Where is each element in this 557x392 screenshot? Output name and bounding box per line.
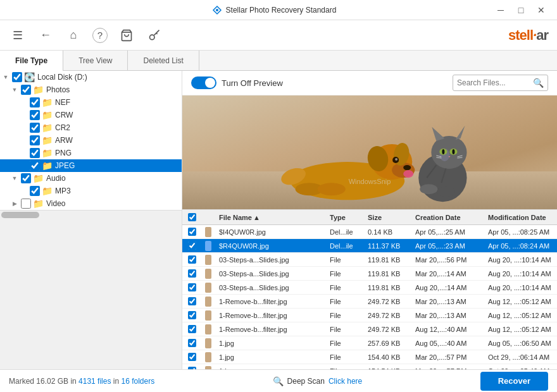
row-created-0: Apr 05,...:25 AM <box>411 228 484 236</box>
tree-label-crw: CRW <box>55 111 73 119</box>
row-checkbox-3[interactable] <box>188 269 196 278</box>
row-created-6: Mar 20,...:13 AM <box>411 312 484 319</box>
row-check-9 <box>182 353 201 361</box>
file-row[interactable]: 1.jpg File 154.54 KB Mar 20,...:57 PM Oc… <box>182 364 557 369</box>
search-icon[interactable]: 🔍 <box>533 78 544 88</box>
sidebar-hscroll[interactable] <box>0 210 182 219</box>
close-button[interactable]: ✕ <box>532 4 551 16</box>
file-row[interactable]: 1.jpg File 257.69 KB Aug 05,...:40 AM Au… <box>182 336 557 350</box>
row-checkbox-2[interactable] <box>188 255 196 264</box>
row-modified-6: Aug 12, ...:05:12 AM <box>484 312 557 319</box>
tab-deleted-list[interactable]: Deleted List <box>128 51 199 71</box>
row-type-10: File <box>326 367 364 370</box>
tree-checkbox-mp3[interactable] <box>30 186 40 196</box>
window-controls: ─ □ ✕ <box>491 4 551 16</box>
header-check <box>182 213 201 221</box>
file-row[interactable]: 1-Remove-b...filter.jpg File 249.72 KB A… <box>182 322 557 336</box>
tree-label-arw: ARW <box>55 136 73 145</box>
tree-item-mp3[interactable]: 📁 MP3 <box>0 185 182 197</box>
tab-file-type[interactable]: File Type <box>0 51 63 71</box>
sidebar-hscroll-thumb[interactable] <box>1 212 39 218</box>
svg-text:WindowsSnip: WindowsSnip <box>349 178 391 185</box>
select-all-checkbox[interactable] <box>188 213 196 221</box>
row-name-10: 1.jpg <box>215 367 326 370</box>
tree-checkbox-nef[interactable] <box>30 97 40 107</box>
svg-point-33 <box>420 184 437 194</box>
tree-item-video[interactable]: ▶ 📁 Video <box>0 197 182 210</box>
row-name-5: 1-Remove-b...filter.jpg <box>215 298 326 305</box>
tab-tree-view[interactable]: Tree View <box>63 51 128 71</box>
file-row[interactable]: $R4QUW0R.jpg Del...ile 111.37 KB Apr 05,… <box>182 239 557 253</box>
tree-checkbox-video[interactable] <box>21 199 31 209</box>
tree-item-nef[interactable]: 📁 NEF <box>0 96 182 109</box>
header-size[interactable]: Size <box>364 214 411 221</box>
row-checkbox-10[interactable] <box>188 367 196 369</box>
tree-checkbox-arw[interactable] <box>30 135 40 145</box>
tree-item-cr2[interactable]: 📁 CR2 <box>0 121 182 134</box>
tree-item-photos[interactable]: ▼ 📁 Photos <box>0 83 182 96</box>
tree-checkbox-cr2[interactable] <box>30 123 40 133</box>
row-checkbox-1[interactable] <box>188 242 196 250</box>
header-modification-date[interactable]: Modification Date <box>484 214 557 221</box>
row-size-9: 154.40 KB <box>364 353 411 361</box>
folder-icon: 📁 <box>33 199 44 209</box>
tree-checkbox-jpeg[interactable] <box>30 161 40 171</box>
header-type[interactable]: Type <box>326 214 364 221</box>
row-modified-7: Aug 12, ...:05:12 AM <box>484 326 557 333</box>
status-text: Marked 16.02 GB in 4131 files in 16 fold… <box>9 377 154 386</box>
maximize-button[interactable]: □ <box>511 4 530 16</box>
folder-icon: 📁 <box>33 173 44 183</box>
row-check-2 <box>182 255 201 264</box>
tree-checkbox-photos[interactable] <box>21 85 31 95</box>
key-icon[interactable] <box>146 27 163 44</box>
tree-item-crw[interactable]: 📁 CRW <box>0 109 182 121</box>
preview-toggle[interactable] <box>191 77 216 89</box>
tree-item-arw[interactable]: 📁 ARW <box>0 134 182 147</box>
file-row[interactable]: $I4QUW0R.jpg Del...ile 0.14 KB Apr 05,..… <box>182 225 557 239</box>
help-icon[interactable]: ? <box>92 28 108 43</box>
file-row[interactable]: 03-Steps-a...Slides.jpg File 119.81 KB A… <box>182 281 557 295</box>
row-checkbox-8[interactable] <box>188 339 196 347</box>
cart-icon[interactable] <box>118 27 135 44</box>
row-thumb-2 <box>201 255 215 265</box>
row-modified-8: Aug 05, ...:06:50 AM <box>484 340 557 347</box>
file-tree: ▼ 💽 Local Disk (D:) ▼ 📁 Photos 📁 NEF <box>0 71 182 210</box>
tree-item-png[interactable]: 📁 PNG <box>0 147 182 159</box>
tree-checkbox-crw[interactable] <box>30 110 40 120</box>
tree-item-jpeg[interactable]: 📁 JPEG <box>0 159 182 172</box>
file-row[interactable]: 1-Remove-b...filter.jpg File 249.72 KB M… <box>182 295 557 309</box>
tree-checkbox-local-disk[interactable] <box>12 72 22 82</box>
minimize-button[interactable]: ─ <box>491 4 510 16</box>
files-count[interactable]: 4131 files <box>78 377 111 386</box>
tree-item-local-disk[interactable]: ▼ 💽 Local Disk (D:) <box>0 71 182 83</box>
menu-icon[interactable]: ☰ <box>9 27 27 44</box>
row-checkbox-7[interactable] <box>188 325 196 333</box>
row-name-6: 1-Remove-b...filter.jpg <box>215 312 326 319</box>
home-icon[interactable]: ⌂ <box>65 27 82 44</box>
click-here-link[interactable]: Click here <box>329 377 362 386</box>
row-checkbox-4[interactable] <box>188 283 196 291</box>
tree-item-audio[interactable]: ▼ 📁 Audio <box>0 172 182 185</box>
folders-count[interactable]: 16 folders <box>121 377 154 386</box>
file-row[interactable]: 1.jpg File 154.40 KB Mar 20,...:57 PM Oc… <box>182 350 557 364</box>
recover-button[interactable]: Recover <box>480 372 548 391</box>
header-file-name[interactable]: File Name ▲ <box>215 214 326 221</box>
row-check-5 <box>182 297 201 305</box>
row-size-5: 249.72 KB <box>364 298 411 305</box>
row-created-1: Apr 05,...:23 AM <box>411 242 484 250</box>
header-creation-date[interactable]: Creation Date <box>411 214 484 221</box>
file-row[interactable]: 03-Steps-a...Slides.jpg File 119.81 KB M… <box>182 253 557 267</box>
tree-checkbox-png[interactable] <box>30 148 40 158</box>
stellar-logo: stell·ar <box>508 27 548 44</box>
preview-header: Turn Off Preview 🔍 <box>182 71 557 95</box>
file-row[interactable]: 03-Steps-a...Slides.jpg File 119.81 KB M… <box>182 267 557 281</box>
row-checkbox-5[interactable] <box>188 297 196 305</box>
search-input[interactable] <box>457 78 533 87</box>
row-checkbox-9[interactable] <box>188 353 196 361</box>
row-checkbox-0[interactable] <box>188 228 196 236</box>
row-checkbox-6[interactable] <box>188 311 196 319</box>
row-modified-5: Aug 12, ...:05:12 AM <box>484 298 557 305</box>
tree-checkbox-audio[interactable] <box>21 173 31 183</box>
file-row[interactable]: 1-Remove-b...filter.jpg File 249.72 KB M… <box>182 309 557 322</box>
back-icon[interactable]: ← <box>37 27 54 44</box>
